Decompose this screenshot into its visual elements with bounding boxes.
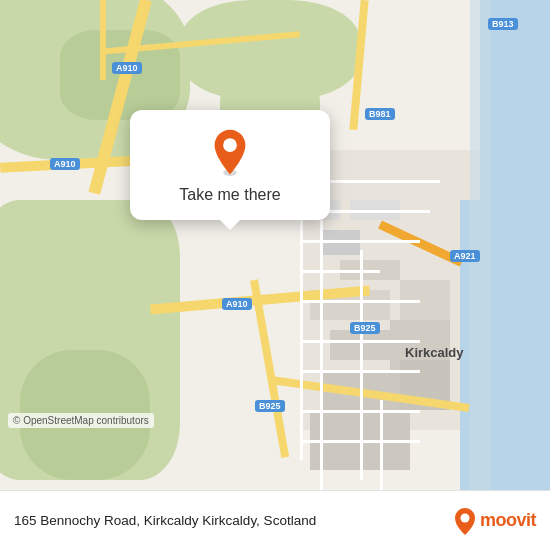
moovit-pin-icon — [454, 507, 476, 535]
moovit-brand-text: moovit — [480, 510, 536, 531]
road-label-b981: B981 — [365, 108, 395, 120]
road-label-b925-mid: B925 — [350, 322, 380, 334]
location-pin-icon — [206, 128, 254, 176]
road-label-a910-bottom: A910 — [222, 298, 252, 310]
location-popup: Take me there — [130, 110, 330, 220]
road-label-a910-left: A910 — [50, 158, 80, 170]
copyright-text: © OpenStreetMap contributors — [8, 413, 154, 428]
city-label-kirkcaldy: Kirkcaldy — [405, 345, 464, 360]
map-container: A910 A910 A910 B981 B925 B925 A921 B913 … — [0, 0, 550, 490]
road-label-a910-top: A910 — [112, 62, 142, 74]
svg-point-2 — [460, 513, 469, 522]
road-top-v — [100, 0, 106, 80]
moovit-logo: moovit — [454, 507, 536, 535]
road-b925 — [250, 279, 289, 458]
road-label-b913: B913 — [488, 18, 518, 30]
bottom-bar: 165 Bennochy Road, Kirkcaldy Kirkcaldy, … — [0, 490, 550, 550]
take-me-there-button[interactable]: Take me there — [179, 184, 280, 206]
coastline — [470, 0, 490, 490]
road-label-b925-bot: B925 — [255, 400, 285, 412]
road-label-a921: A921 — [450, 250, 480, 262]
address-text: 165 Bennochy Road, Kirkcaldy Kirkcaldy, … — [14, 513, 454, 528]
svg-point-1 — [223, 138, 237, 152]
